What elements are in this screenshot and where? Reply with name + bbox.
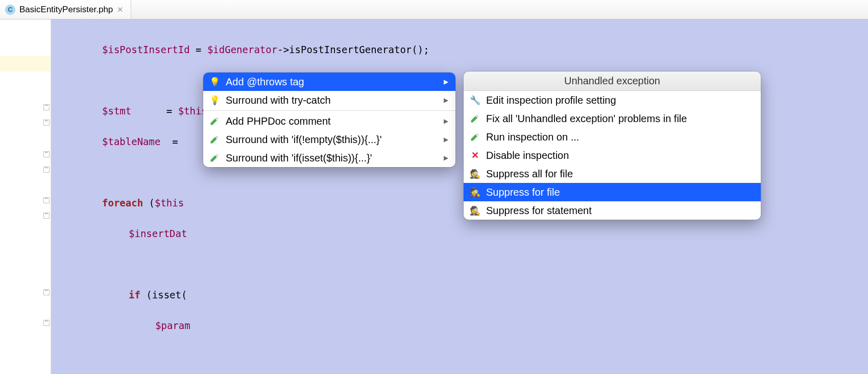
editor-tab[interactable]: C BasicEntityPersister.php ✕ <box>0 0 131 19</box>
menu-separator <box>203 110 455 111</box>
pencil-icon <box>209 153 220 163</box>
gutter-highlight <box>0 56 51 72</box>
intention-label: Add @throws tag <box>226 76 304 88</box>
wrench-icon: 🔧 <box>470 95 480 105</box>
fold-handle-icon[interactable] <box>43 167 50 173</box>
code-token: foreach <box>102 197 143 208</box>
submenu-arrow-icon: ▶ <box>444 97 448 104</box>
code-token: $stmt <box>102 105 131 116</box>
action-suppress-for-file[interactable]: 🕵️ Suppress for file <box>464 183 761 201</box>
intention-label: Surround with 'if(isset($this)){...}' <box>226 152 372 164</box>
action-label: Suppress for file <box>486 186 560 198</box>
popup-title: Unhandled exception <box>464 72 761 91</box>
submenu-arrow-icon: ▶ <box>444 118 448 125</box>
lightbulb-icon: 💡 <box>209 95 220 105</box>
action-label: Run inspection on ... <box>486 131 579 143</box>
submenu-arrow-icon: ▶ <box>444 136 448 143</box>
tab-filename: BasicEntityPersister.php <box>19 5 113 15</box>
pencil-icon <box>209 116 220 126</box>
code-token: = <box>160 136 178 147</box>
fold-handle-icon[interactable] <box>43 197 50 203</box>
code-token: $tableName <box>102 136 160 147</box>
popup-title-label: Unhandled exception <box>564 75 660 87</box>
fold-handle-icon[interactable] <box>43 104 50 110</box>
suppress-icon: 🕵️ <box>470 205 480 216</box>
submenu-arrow-icon: ▶ <box>444 78 448 85</box>
intention-add-phpdoc[interactable]: Add PHPDoc comment ▶ <box>203 112 455 130</box>
close-icon[interactable]: ✕ <box>117 5 124 14</box>
intention-surround-try-catch[interactable]: 💡 Surround with try-catch ▶ <box>203 91 455 109</box>
action-edit-inspection-profile[interactable]: 🔧 Edit inspection profile setting <box>464 91 761 109</box>
action-suppress-all-for-file[interactable]: 🕵️ Suppress all for file <box>464 165 761 183</box>
editor-tab-bar: C BasicEntityPersister.php ✕ <box>0 0 868 19</box>
action-run-inspection-on[interactable]: Run inspection on ... <box>464 128 761 146</box>
intention-label: Surround with try-catch <box>226 95 331 106</box>
code-token: if <box>129 289 140 300</box>
code-token: $idGenerator <box>207 44 277 55</box>
lightbulb-icon: 💡 <box>209 77 220 87</box>
code-token: ->isPostInsertGenerator(); <box>277 44 429 55</box>
inspection-submenu-popup: Unhandled exception 🔧 Edit inspection pr… <box>464 72 761 220</box>
suppress-icon: 🕵️ <box>470 169 480 179</box>
action-fix-all-in-file[interactable]: Fix all 'Unhandled exception' problems i… <box>464 109 761 128</box>
submenu-arrow-icon: ▶ <box>444 154 448 161</box>
close-x-icon: ✕ <box>470 150 480 160</box>
suppress-icon: 🕵️ <box>470 187 480 197</box>
intention-surround-if-isset[interactable]: Surround with 'if(isset($this)){...}' ▶ <box>203 149 455 167</box>
action-label: Disable inspection <box>486 150 569 161</box>
code-token: = <box>190 44 207 55</box>
pencil-icon <box>470 113 480 124</box>
fold-handle-icon[interactable] <box>43 151 50 157</box>
fold-handle-icon[interactable] <box>43 289 50 295</box>
action-label: Suppress for statement <box>486 205 592 217</box>
intention-surround-if-empty[interactable]: Surround with 'if(!empty($this)){...}' ▶ <box>203 130 455 149</box>
action-suppress-for-statement[interactable]: 🕵️ Suppress for statement <box>464 201 761 220</box>
pencil-icon <box>209 134 220 145</box>
code-token: $this <box>155 197 184 208</box>
fold-handle-icon[interactable] <box>43 320 50 326</box>
action-label: Edit inspection profile setting <box>486 95 616 106</box>
code-token: = <box>131 105 178 116</box>
intention-add-throws-tag[interactable]: 💡 Add @throws tag ▶ <box>203 73 455 91</box>
code-token: $param <box>155 320 190 331</box>
editor-gutter <box>0 19 51 374</box>
code-token: $isPostInsertId <box>102 44 190 55</box>
intention-label: Add PHPDoc comment <box>226 115 331 127</box>
code-token: ( <box>143 197 155 208</box>
file-type-icon: C <box>5 5 15 15</box>
intention-label: Surround with 'if(!empty($this)){...}' <box>226 134 382 146</box>
action-label: Fix all 'Unhandled exception' problems i… <box>486 113 687 125</box>
action-disable-inspection[interactable]: ✕ Disable inspection <box>464 146 761 165</box>
intention-actions-popup: 💡 Add @throws tag ▶ 💡 Surround with try-… <box>203 73 455 167</box>
code-token: $insertDat <box>129 228 187 239</box>
pencil-icon <box>470 132 480 142</box>
code-token: (isset( <box>140 289 187 300</box>
action-label: Suppress all for file <box>486 168 573 180</box>
fold-handle-icon[interactable] <box>43 213 50 219</box>
fold-handle-icon[interactable] <box>43 120 50 126</box>
